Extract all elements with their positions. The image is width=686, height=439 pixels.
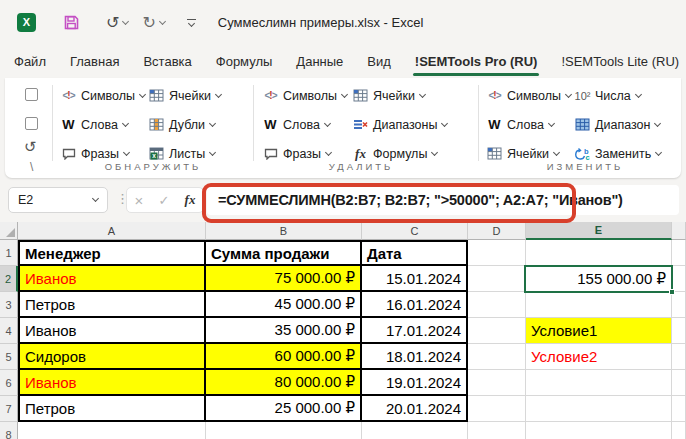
ribbon-button-change-numbers[interactable]: 10² Числа: [573, 85, 661, 106]
tab-insert[interactable]: Вставка: [131, 44, 203, 78]
enter-icon[interactable]: ✓: [159, 193, 170, 208]
cell-a5[interactable]: Сидоров: [18, 344, 206, 370]
column-header-c[interactable]: C: [362, 222, 468, 240]
fx-icon: fx: [351, 146, 370, 162]
ribbon-button-detect-symbols[interactable]: <!> Символы: [59, 85, 145, 106]
cell-d8[interactable]: [468, 422, 526, 439]
cell-a2[interactable]: Иванов: [18, 266, 206, 292]
cell-c3[interactable]: 16.01.2024: [362, 292, 468, 318]
cell-e3[interactable]: [526, 292, 672, 318]
cell-d2[interactable]: [468, 266, 526, 292]
row-header-2[interactable]: 2: [0, 266, 18, 292]
column-header-b[interactable]: B: [206, 222, 362, 240]
cell-d3[interactable]: [468, 292, 526, 318]
tab-file[interactable]: Файл: [2, 44, 58, 78]
cell-b3[interactable]: 45 000.00 ₽: [206, 292, 362, 318]
cell-c8[interactable]: [362, 422, 468, 439]
cell-b1[interactable]: Сумма продажи: [206, 240, 362, 266]
cell-a8[interactable]: [18, 422, 206, 439]
row-header-5[interactable]: 5: [0, 344, 18, 370]
cell-d6[interactable]: [468, 370, 526, 396]
ribbon-button-change-symbols[interactable]: <!> Символы: [485, 85, 571, 106]
speech-bubble-icon: [59, 148, 78, 160]
formula-input[interactable]: =СУММЕСЛИМН(B2:B7; B2:B7; ">50000"; A2:A…: [207, 185, 679, 215]
cell-b5[interactable]: 60 000.00 ₽: [206, 344, 362, 370]
cell-b6[interactable]: 80 000.00 ₽: [206, 370, 362, 396]
cell-a6[interactable]: Иванов: [18, 370, 206, 396]
cell-f8[interactable]: [672, 422, 686, 439]
row-header-1[interactable]: 1: [0, 240, 18, 266]
row-header-7[interactable]: 7: [0, 396, 18, 422]
tab-home[interactable]: Главная: [58, 44, 131, 78]
cell-e6[interactable]: [526, 370, 672, 396]
name-box[interactable]: E2: [8, 187, 108, 213]
cancel-icon[interactable]: ×: [135, 192, 144, 209]
ribbon-button-delete-symbols[interactable]: <!> Символы: [261, 85, 347, 106]
row-header-4[interactable]: 4: [0, 318, 18, 344]
cell-d4[interactable]: [468, 318, 526, 344]
cell-b8[interactable]: [206, 422, 362, 439]
customize-quick-access-button[interactable]: [187, 19, 196, 26]
ribbon-button-delete-ranges[interactable]: Диапазоны: [351, 114, 447, 135]
chevron-down-icon: [553, 148, 560, 155]
cell-f5[interactable]: [672, 344, 686, 370]
cell-d1[interactable]: [468, 240, 526, 266]
insert-function-button[interactable]: fx: [185, 192, 196, 208]
cell-e1[interactable]: [526, 240, 672, 266]
ribbon-button-delete-cells[interactable]: Ячейки: [351, 85, 447, 106]
column-header-d[interactable]: D: [468, 222, 526, 240]
cell-e4[interactable]: Условие1: [526, 318, 672, 344]
ribbon-button-change-range[interactable]: Диапазон: [573, 114, 661, 135]
tab-semtools-pro[interactable]: !SEMTools Pro (RU): [403, 44, 550, 78]
cell-reference: E2: [18, 193, 33, 207]
cell-a3[interactable]: Петров: [18, 292, 206, 318]
cell-b2[interactable]: 75 000.00 ₽: [206, 266, 362, 292]
cell-c5[interactable]: 18.01.2024: [362, 344, 468, 370]
cell-e5[interactable]: Условие2: [526, 344, 672, 370]
row-header-6[interactable]: 6: [0, 370, 18, 396]
cell-c1[interactable]: Дата: [362, 240, 468, 266]
cell-a7[interactable]: Петров: [18, 396, 206, 422]
row-8: 8: [0, 422, 686, 439]
ribbon-button-delete-words[interactable]: W Слова: [261, 114, 347, 135]
undo-small-icon[interactable]: ↺: [24, 138, 37, 156]
column-header-e[interactable]: E: [526, 222, 672, 240]
cell-f2[interactable]: [672, 266, 686, 292]
cell-d5[interactable]: [468, 344, 526, 370]
cell-c6[interactable]: 19.01.2024: [362, 370, 468, 396]
cell-e8[interactable]: [526, 422, 672, 439]
tab-view[interactable]: Вид: [355, 44, 403, 78]
cell-f4[interactable]: [672, 318, 686, 344]
cell-b7[interactable]: 25 000.00 ₽: [206, 396, 362, 422]
undo-button[interactable]: ↺: [80, 13, 128, 32]
cell-e7[interactable]: [526, 396, 672, 422]
cell-b4[interactable]: 35 000.00 ₽: [206, 318, 362, 344]
row-header-3[interactable]: 3: [0, 292, 18, 318]
ribbon-button-detect-duplicates[interactable]: Дубли: [147, 114, 221, 135]
tab-formulas[interactable]: Формулы: [204, 44, 285, 78]
ribbon-checkbox-2[interactable]: [25, 117, 38, 130]
cell-a4[interactable]: Иванов: [18, 318, 206, 344]
cell-d7[interactable]: [468, 396, 526, 422]
ribbon-button-detect-cells[interactable]: Ячейки: [147, 85, 221, 106]
document-title: Суммеслимн примеры.xlsx - Excel: [218, 15, 424, 30]
cell-c2[interactable]: 15.01.2024: [362, 266, 468, 292]
ribbon-checkbox-1[interactable]: [25, 88, 38, 101]
redo-button[interactable]: ↻: [128, 13, 164, 32]
cell-c7[interactable]: 20.01.2024: [362, 396, 468, 422]
cell-a1[interactable]: Менеджер: [18, 240, 206, 266]
cell-f7[interactable]: [672, 396, 686, 422]
save-button[interactable]: [63, 14, 80, 31]
tab-data[interactable]: Данные: [284, 44, 355, 78]
ribbon-button-change-words[interactable]: W Слова: [485, 114, 571, 135]
select-all-button[interactable]: [0, 222, 18, 240]
cell-f1[interactable]: [672, 240, 686, 266]
cell-e2-selected[interactable]: 155 000.00 ₽: [526, 266, 672, 292]
tab-semtools-lite[interactable]: !SEMTools Lite (RU): [549, 44, 686, 78]
cell-f6[interactable]: [672, 370, 686, 396]
cell-c4[interactable]: 17.01.2024: [362, 318, 468, 344]
row-header-8[interactable]: 8: [0, 422, 18, 439]
column-header-a[interactable]: A: [18, 222, 206, 240]
ribbon-button-detect-words[interactable]: W Слова: [59, 114, 145, 135]
cell-f3[interactable]: [672, 292, 686, 318]
